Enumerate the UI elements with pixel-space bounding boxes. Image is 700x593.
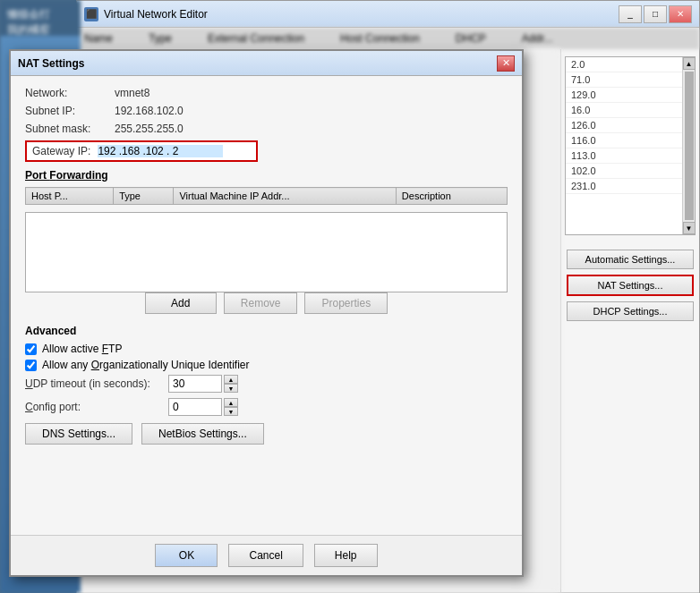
network-value: vmnet8 bbox=[115, 87, 149, 99]
automatic-settings-button[interactable]: Automatic Settings... bbox=[567, 250, 694, 269]
dhcp-settings-button[interactable]: DHCP Settings... bbox=[567, 301, 694, 321]
udp-timeout-down[interactable]: ▼ bbox=[224, 384, 238, 393]
nat-dialog-footer: OK Cancel Help bbox=[11, 535, 522, 575]
allow-oui-row: Allow any Organizationally Unique Identi… bbox=[25, 359, 508, 371]
vne-right-panel: 2.0 71.0 129.0 16.0 126.0 116.0 113.0 10… bbox=[560, 49, 699, 592]
sidebar-text: 懒猫会打我的橘窑 bbox=[0, 0, 81, 36]
vne-titlebar-left: ⬛ Virtual Network Editor bbox=[84, 7, 208, 21]
list-item[interactable]: 113.0 bbox=[566, 148, 682, 164]
config-port-up[interactable]: ▲ bbox=[224, 398, 238, 407]
vne-tab-type[interactable]: Type bbox=[149, 32, 172, 45]
list-item[interactable]: 16.0 bbox=[566, 103, 682, 118]
vne-title: Virtual Network Editor bbox=[104, 8, 208, 21]
subnet-ip-label: Subnet IP: bbox=[25, 105, 115, 117]
minimize-button[interactable]: _ bbox=[619, 5, 642, 23]
vne-right-list-container: 2.0 71.0 129.0 16.0 126.0 116.0 113.0 10… bbox=[565, 56, 696, 235]
scroll-down-arrow[interactable]: ▼ bbox=[683, 222, 696, 234]
list-item[interactable]: 116.0 bbox=[566, 133, 682, 148]
gateway-ip-input[interactable] bbox=[98, 145, 223, 157]
netbios-settings-button[interactable]: NetBios Settings... bbox=[141, 423, 264, 445]
udp-timeout-up[interactable]: ▲ bbox=[224, 375, 238, 384]
list-item[interactable]: 231.0 bbox=[566, 179, 682, 194]
port-forwarding-title: Port Forwarding bbox=[25, 169, 508, 182]
udp-timeout-spinner: ▲ ▼ bbox=[224, 375, 238, 393]
allow-ftp-checkbox[interactable] bbox=[25, 343, 37, 355]
config-port-spinner: ▲ ▼ bbox=[224, 398, 238, 416]
config-port-row: Config port: ▲ ▼ bbox=[25, 398, 508, 416]
properties-button[interactable]: Properties bbox=[304, 292, 388, 314]
vne-window-controls: _ □ ✕ bbox=[619, 5, 692, 23]
nat-content: Network: vmnet8 Subnet IP: 192.168.102.0… bbox=[11, 76, 522, 466]
remove-button[interactable]: Remove bbox=[224, 292, 298, 314]
vne-app-icon: ⬛ bbox=[84, 7, 98, 21]
allow-oui-label: Allow any Organizationally Unique Identi… bbox=[42, 359, 249, 371]
udp-timeout-input[interactable] bbox=[168, 375, 222, 393]
dns-settings-button[interactable]: DNS Settings... bbox=[25, 423, 132, 445]
vne-tab-name[interactable]: Name bbox=[84, 32, 113, 45]
network-label: Network: bbox=[25, 87, 115, 99]
nat-dialog: NAT Settings ✕ Network: vmnet8 Subnet IP… bbox=[9, 49, 524, 577]
vne-tabs-bar: Name Type External Connection Host Conne… bbox=[77, 28, 699, 49]
help-button[interactable]: Help bbox=[314, 544, 378, 567]
nat-settings-button[interactable]: NAT Settings... bbox=[567, 275, 694, 296]
subnet-mask-value: 255.255.255.0 bbox=[115, 123, 184, 135]
gateway-ip-row: Gateway IP: bbox=[25, 140, 258, 162]
vne-right-buttons: Automatic Settings... NAT Settings... DH… bbox=[565, 246, 696, 325]
port-forwarding-label: Port Forwarding bbox=[25, 169, 108, 182]
col-host-port: Host P... bbox=[26, 188, 114, 205]
vne-tab-dhcp[interactable]: DHCP bbox=[456, 32, 486, 45]
close-button[interactable]: ✕ bbox=[669, 5, 692, 23]
bottom-settings-buttons: DNS Settings... NetBios Settings... bbox=[25, 423, 508, 445]
subnet-ip-row: Subnet IP: 192.168.102.0 bbox=[25, 105, 508, 117]
allow-ftp-label: Allow active FTP bbox=[42, 343, 122, 355]
ok-button[interactable]: OK bbox=[155, 544, 218, 567]
config-port-input[interactable] bbox=[168, 398, 222, 416]
subnet-mask-row: Subnet mask: 255.255.255.0 bbox=[25, 123, 508, 135]
right-scrollbar[interactable]: ▲ ▼ bbox=[682, 57, 695, 234]
scroll-up-arrow[interactable]: ▲ bbox=[683, 57, 696, 70]
vne-tab-host[interactable]: Host Connection bbox=[340, 32, 420, 45]
nat-dialog-title: NAT Settings bbox=[18, 57, 84, 70]
subnet-mask-label: Subnet mask: bbox=[25, 123, 115, 135]
nat-close-button[interactable]: ✕ bbox=[497, 55, 515, 72]
table-action-buttons: Add Remove Properties bbox=[25, 292, 508, 314]
subnet-ip-value: 192.168.102.0 bbox=[115, 105, 184, 117]
network-row: Network: vmnet8 bbox=[25, 87, 508, 99]
vne-tab-addr[interactable]: Addr... bbox=[522, 32, 553, 45]
col-type: Type bbox=[114, 188, 174, 205]
gateway-ip-label: Gateway IP: bbox=[32, 145, 90, 157]
port-table-body bbox=[25, 212, 508, 292]
add-button[interactable]: Add bbox=[145, 292, 217, 314]
config-port-label: Config port: bbox=[25, 401, 168, 413]
allow-ftp-row: Allow active FTP bbox=[25, 343, 508, 355]
port-forwarding-table: Host P... Type Virtual Machine IP Addr..… bbox=[25, 187, 508, 205]
allow-oui-checkbox[interactable] bbox=[25, 360, 37, 371]
vne-right-list: 2.0 71.0 129.0 16.0 126.0 116.0 113.0 10… bbox=[566, 57, 682, 234]
udp-timeout-label: UDP timeout (in seconds): bbox=[25, 377, 168, 390]
cancel-button[interactable]: Cancel bbox=[228, 544, 303, 567]
nat-titlebar: NAT Settings ✕ bbox=[11, 51, 522, 76]
udp-timeout-row: UDP timeout (in seconds): ▲ ▼ bbox=[25, 375, 508, 393]
scroll-thumb[interactable] bbox=[685, 72, 694, 220]
config-port-down[interactable]: ▼ bbox=[224, 407, 238, 416]
advanced-title: Advanced bbox=[25, 325, 508, 337]
col-description: Description bbox=[396, 188, 507, 205]
maximize-button[interactable]: □ bbox=[644, 5, 667, 23]
list-item[interactable]: 102.0 bbox=[566, 164, 682, 179]
advanced-section: Advanced Allow active FTP Allow any Orga… bbox=[25, 325, 508, 416]
list-item[interactable]: 71.0 bbox=[566, 72, 682, 88]
vne-tab-external[interactable]: External Connection bbox=[208, 32, 304, 45]
list-item[interactable]: 126.0 bbox=[566, 118, 682, 133]
list-item[interactable]: 2.0 bbox=[566, 57, 682, 72]
vne-titlebar: ⬛ Virtual Network Editor _ □ ✕ bbox=[77, 1, 699, 28]
list-item[interactable]: 129.0 bbox=[566, 88, 682, 103]
col-vm-ip: Virtual Machine IP Addr... bbox=[174, 188, 396, 205]
